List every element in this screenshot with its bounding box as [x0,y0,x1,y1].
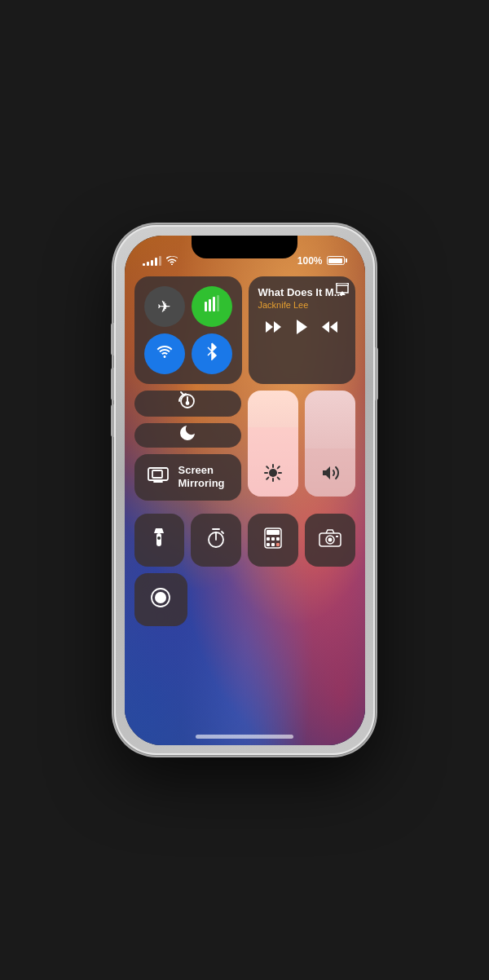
svg-rect-23 [267,530,280,535]
svg-rect-24 [267,537,270,541]
svg-rect-2 [213,297,215,311]
fast-forward-button[interactable] [321,320,339,338]
bluetooth-button[interactable] [192,333,232,374]
battery-percent: 100% [297,255,323,267]
wifi-icon [166,256,178,267]
cellular-icon [203,295,221,317]
np-title: What Does It M... [258,286,346,298]
svg-line-17 [267,477,268,479]
phone-screen: 100% ✈ [125,236,365,745]
airplane-button[interactable]: ✈ [144,286,185,327]
svg-marker-18 [323,466,330,479]
svg-point-20 [157,536,161,540]
status-right: 100% [297,255,347,267]
volume-icon [320,463,340,487]
left-col: ScreenMirroring [134,391,242,508]
phone-frame: 100% ✈ [114,225,375,755]
wifi-button[interactable] [144,333,185,374]
brightness-icon [263,463,283,487]
np-controls [258,318,346,341]
svg-rect-3 [217,295,219,311]
control-center: ✈ [134,276,355,633]
svg-point-9 [269,469,277,477]
play-button[interactable] [294,318,309,341]
signal-icon [143,256,161,266]
brightness-slider[interactable] [248,391,298,497]
svg-line-14 [267,466,268,468]
svg-rect-25 [271,537,275,541]
svg-rect-28 [271,543,275,546]
cellular-button[interactable] [192,286,232,327]
svg-point-35 [155,592,166,603]
connectivity-block: ✈ [134,276,242,384]
airplane-icon: ✈ [157,297,171,316]
do-not-disturb-button[interactable] [134,423,242,448]
rewind-button[interactable] [264,320,282,338]
timer-icon [205,528,227,554]
svg-rect-27 [267,543,270,546]
svg-rect-8 [152,470,162,478]
volume-slider[interactable] [305,391,355,497]
svg-rect-26 [276,537,280,541]
svg-rect-0 [205,302,207,311]
second-row: ScreenMirroring [134,391,355,508]
screen-mirror-icon [148,467,169,487]
airplay-icon[interactable] [336,283,349,298]
top-section: ✈ [134,276,355,384]
svg-rect-1 [209,299,211,311]
flashlight-icon [151,527,167,554]
flashlight-button[interactable] [134,514,185,567]
svg-rect-29 [276,543,280,546]
bluetooth-icon [206,342,218,364]
screen-mirror-button[interactable]: ScreenMirroring [134,454,242,501]
home-indicator[interactable] [196,735,293,739]
timer-button[interactable] [191,514,241,567]
svg-point-6 [187,402,189,404]
svg-line-16 [278,466,280,468]
svg-rect-33 [336,536,338,537]
screen-record-row [134,573,355,626]
calculator-button[interactable] [248,514,298,567]
calculator-icon [264,528,282,554]
status-left [143,256,178,267]
right-col [248,391,355,508]
camera-icon [319,529,341,552]
record-icon [150,587,171,613]
battery-icon [327,256,347,265]
svg-point-32 [328,537,332,541]
notch [192,236,297,258]
rotation-lock-button[interactable] [134,391,242,417]
screen-record-button[interactable] [134,573,187,626]
camera-button[interactable] [305,514,355,567]
moon-icon [178,423,197,448]
bottom-row [134,514,355,567]
now-playing-block: What Does It M... Jacknife Lee [249,276,355,384]
wifi-btn-icon [156,344,174,363]
np-artist: Jacknife Lee [258,300,346,310]
screen-mirror-label: ScreenMirroring [178,464,225,492]
rotation-icon [177,391,198,417]
svg-line-15 [278,477,280,479]
